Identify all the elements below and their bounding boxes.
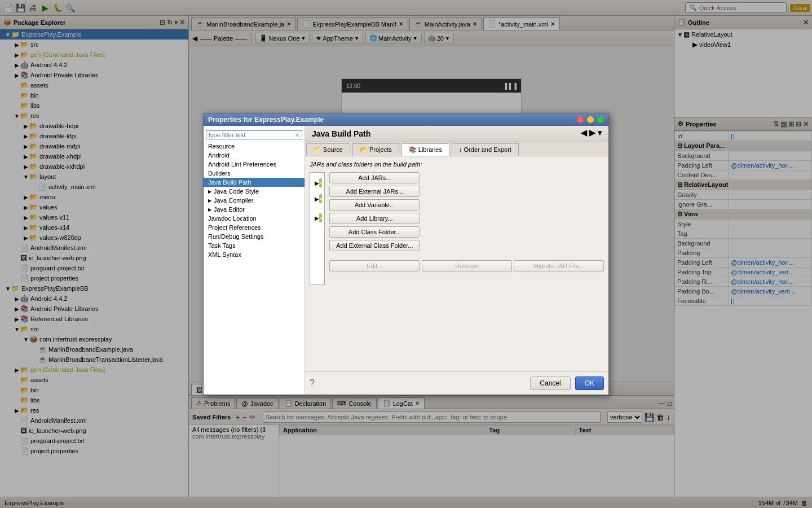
- nav-label-android: Android: [208, 152, 230, 159]
- expand-arrow: ▶: [315, 180, 319, 186]
- lib-android442[interactable]: ▶ A Android 4.4.2: [312, 175, 322, 191]
- add-library-btn[interactable]: Add Library...: [329, 213, 420, 224]
- modal-footer: ? Cancel OK: [305, 371, 608, 395]
- modal-header-controls: ◀ ▶ ▾: [581, 128, 602, 137]
- tab-projects[interactable]: 📂 Projects: [352, 143, 399, 156]
- arrow-back-icon[interactable]: ◀: [581, 128, 587, 137]
- migrate-jar-btn[interactable]: Migrate JAR File...: [514, 260, 604, 271]
- modal-content-header: Java Build Path ◀ ▶ ▾: [305, 126, 608, 142]
- expand-arrow: ▶: [315, 215, 319, 221]
- expand-arrow: ▶: [315, 196, 319, 202]
- modal-content: Java Build Path ◀ ▶ ▾ 📁 Source 📂 Project…: [305, 126, 608, 395]
- filter-clear-icon[interactable]: ✕: [295, 132, 299, 138]
- lib-android-private-label: Android Private Libraries: [324, 208, 325, 228]
- build-path-title: Java Build Path: [312, 129, 370, 138]
- modal-dialog: Properties for ExpressPlay.Example ✕ Res…: [203, 113, 609, 395]
- libraries-tab-icon: 📚: [409, 146, 417, 153]
- libraries-tab-label: Libraries: [418, 146, 442, 153]
- projects-tab-label: Projects: [369, 146, 392, 153]
- nav-java-compiler[interactable]: Java Compiler: [204, 196, 304, 205]
- filter-search-box[interactable]: ✕: [206, 130, 302, 139]
- nav-label-task-tags: Task Tags: [208, 242, 236, 249]
- nav-java-code-style[interactable]: Java Code Style: [204, 187, 304, 196]
- nav-label-xml-syntax: XML Syntax: [208, 251, 241, 258]
- nav-java-build-path[interactable]: Java Build Path: [204, 178, 304, 187]
- nav-label-java-compiler: Java Compiler: [214, 197, 253, 204]
- projects-tab-icon: 📂: [360, 146, 368, 153]
- nav-label-project-refs: Project References: [208, 224, 261, 231]
- build-path-desc: JARs and class folders on the build path…: [310, 161, 604, 168]
- android-lib-icon: A: [319, 178, 322, 187]
- modal-nav: ✕ Resource Android Android Lint Preferen…: [204, 126, 305, 395]
- modal-content-body: JARs and class folders on the build path…: [305, 156, 608, 371]
- nav-task-tags[interactable]: Task Tags: [204, 241, 304, 250]
- nav-label-javadoc: Javadoc Location: [208, 215, 257, 222]
- source-tab-label: Source: [323, 146, 343, 153]
- android-private-icon: A: [319, 213, 322, 222]
- tab-order-export[interactable]: ↕ Order and Export: [452, 143, 519, 156]
- nav-android-lint[interactable]: Android Lint Preferences: [204, 160, 304, 169]
- lib-android-private[interactable]: ▶ A Android Private Libraries: [312, 207, 322, 229]
- ok-btn[interactable]: OK: [575, 376, 604, 390]
- order-tab-icon: ↕: [459, 146, 462, 153]
- nav-java-editor[interactable]: Java Editor: [204, 205, 304, 214]
- lib-android442-label: Android 4.4.2: [324, 176, 325, 190]
- nav-label-run-debug: Run/Debug Settings: [208, 233, 263, 240]
- nav-label-java-code-style: Java Code Style: [214, 188, 259, 195]
- add-jars-btn[interactable]: Add JARs...: [329, 172, 420, 183]
- modal-title: Properties for ExpressPlay.Example: [208, 116, 324, 124]
- action-buttons: Edit... Remove Migrate JAR File...: [329, 258, 604, 271]
- arrow-fwd-icon[interactable]: ▶: [589, 128, 595, 137]
- add-external-jars-btn[interactable]: Add External JARs...: [329, 186, 420, 197]
- lib-android-deps-label: Android Dependencies: [324, 192, 325, 205]
- lib-android-deps[interactable]: ▶ A Android Dependencies: [312, 191, 322, 207]
- nav-label-resource: Resource: [208, 143, 235, 150]
- nav-builders[interactable]: Builders: [204, 169, 304, 178]
- nav-label-java-build-path: Java Build Path: [208, 179, 251, 186]
- add-variable-btn[interactable]: Add Variable...: [329, 199, 420, 211]
- nav-android[interactable]: Android: [204, 151, 304, 160]
- add-class-folder-btn[interactable]: Add Class Folder...: [329, 226, 420, 238]
- cancel-btn[interactable]: Cancel: [530, 376, 570, 390]
- nav-run-debug[interactable]: Run/Debug Settings: [204, 232, 304, 241]
- nav-label-builders: Builders: [208, 170, 231, 177]
- build-path-row: ▶ A Android 4.4.2 ▶ A Android Dependenci…: [310, 172, 604, 285]
- modal-overlay: Properties for ExpressPlay.Example ✕ Res…: [0, 0, 812, 508]
- edit-btn[interactable]: Edit...: [329, 260, 420, 271]
- nav-label-java-editor: Java Editor: [214, 206, 245, 213]
- nav-label-android-lint: Android Lint Preferences: [208, 161, 276, 168]
- android-deps-icon: A: [319, 194, 322, 203]
- nav-javadoc[interactable]: Javadoc Location: [204, 214, 304, 223]
- nav-resource[interactable]: Resource: [204, 142, 304, 151]
- dropdown-icon[interactable]: ▾: [598, 128, 602, 137]
- modal-title-bar: Properties for ExpressPlay.Example: [204, 113, 608, 126]
- nav-xml-syntax[interactable]: XML Syntax: [204, 250, 304, 259]
- source-tab-icon: 📁: [314, 146, 321, 153]
- build-path-buttons: Add JARs... Add External JARs... Add Var…: [329, 172, 604, 271]
- add-external-class-folder-btn[interactable]: Add External Class Folder...: [329, 240, 420, 251]
- nav-project-refs[interactable]: Project References: [204, 223, 304, 232]
- modal-body: ✕ Resource Android Android Lint Preferen…: [204, 126, 608, 395]
- help-icon[interactable]: ?: [310, 378, 315, 388]
- tab-source[interactable]: 📁 Source: [306, 143, 350, 156]
- filter-input[interactable]: [209, 132, 295, 138]
- modal-minimize-btn[interactable]: [587, 116, 594, 123]
- order-tab-label: Order and Export: [464, 146, 511, 153]
- modal-maximize-btn[interactable]: [597, 116, 604, 123]
- build-path-tree: ▶ A Android 4.4.2 ▶ A Android Dependenci…: [310, 172, 325, 285]
- modal-close-btn[interactable]: [577, 116, 584, 123]
- remove-btn[interactable]: Remove: [422, 260, 512, 271]
- tab-libraries[interactable]: 📚 Libraries: [401, 143, 449, 156]
- modal-window-controls: [577, 116, 604, 123]
- modal-tabs: 📁 Source 📂 Projects 📚 Libraries ↕ Order …: [305, 142, 608, 156]
